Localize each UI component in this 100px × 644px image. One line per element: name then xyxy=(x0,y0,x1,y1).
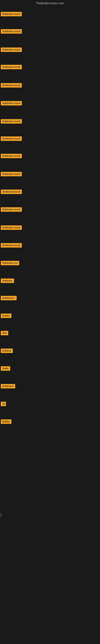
bottleneck-item-17[interactable]: Bottleneck r xyxy=(1,296,17,300)
bottleneck-item-9[interactable]: Bottleneck result xyxy=(1,154,22,158)
bottleneck-item-8[interactable]: Bottleneck result xyxy=(1,136,22,141)
bottleneck-item-15[interactable]: Bottleneck res xyxy=(1,261,19,265)
bottleneck-item-21[interactable]: Bottle xyxy=(1,366,10,371)
bottleneck-item-12[interactable]: Bottleneck result xyxy=(1,207,22,212)
bottleneck-item-3[interactable]: Bottleneck result xyxy=(1,48,22,52)
bottleneck-item-7[interactable]: Bottleneck result xyxy=(1,119,22,124)
cursor-line xyxy=(1,513,1,517)
bottleneck-item-16[interactable]: Bottlenec xyxy=(1,278,14,283)
bottleneck-item-14[interactable]: Bottleneck result xyxy=(1,243,22,248)
bottleneck-item-6[interactable]: Bottleneck result xyxy=(1,101,22,106)
bottleneck-item-24[interactable]: Bottlen xyxy=(1,420,11,424)
bottleneck-item-2[interactable]: Bottleneck result xyxy=(1,29,22,34)
bottleneck-item-4[interactable]: Bottleneck result xyxy=(1,65,22,69)
bottleneck-item-13[interactable]: Bottleneck result xyxy=(1,226,22,230)
bottleneck-item-18[interactable]: Bottlen xyxy=(1,314,11,318)
bottleneck-item-1[interactable]: Bottleneck result xyxy=(1,12,22,16)
bottleneck-item-20[interactable]: Bottlene xyxy=(1,348,13,353)
bottleneck-item-22[interactable]: Bottleneck xyxy=(1,384,15,388)
bottleneck-item-10[interactable]: Bottleneck result xyxy=(1,172,22,176)
bottleneck-item-19[interactable]: Bott xyxy=(1,331,8,335)
bottleneck-item-5[interactable]: Bottleneck result xyxy=(1,83,22,88)
bottleneck-item-23[interactable]: Bo xyxy=(1,402,6,406)
bottleneck-item-11[interactable]: Bottleneck result xyxy=(1,190,22,194)
site-title: TheBottlenecker.com xyxy=(0,0,100,6)
items-container: Bottleneck resultBottleneck resultBottle… xyxy=(0,6,100,489)
